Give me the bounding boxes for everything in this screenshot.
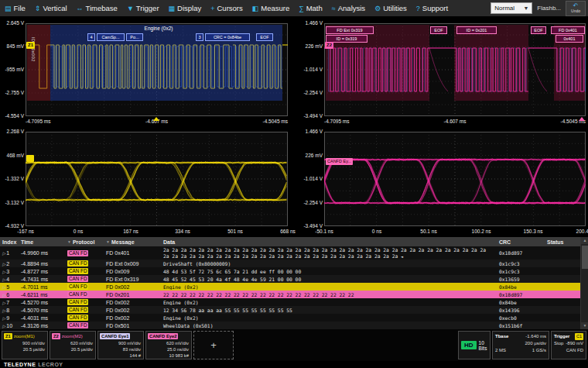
cell-index[interactable]: ▷8 xyxy=(0,308,19,313)
table-scrollbar[interactable]: ▲ ▼ xyxy=(580,237,588,329)
scrollbar-thumb[interactable] xyxy=(582,246,588,269)
zoom1-tag[interactable]: Z1 xyxy=(26,42,35,49)
table-row[interactable]: ▷5-4.7011 msCAN FDFD 0x002Engine (0x2)0x… xyxy=(0,283,580,291)
row-expand-icon[interactable]: ▷ xyxy=(2,251,5,256)
cell-data: 12 34 56 78 aa aa aa 55 55 55 55 55 55 5… xyxy=(161,308,497,313)
descriptor-tag: Z2 xyxy=(52,333,60,339)
row-expand-icon[interactable]: ▷ xyxy=(2,324,5,328)
protocol-chip: CAN FD xyxy=(67,260,88,267)
trigger-box[interactable]: TriggerC1 Stop-890 mV CAN FD xyxy=(551,331,586,359)
cell-index[interactable]: ▷6 xyxy=(0,292,19,297)
table-row[interactable]: ▷4-4.7431 msCAN FDFD Ext 0x31948 45 52 4… xyxy=(0,275,580,283)
cell-index[interactable]: ▷3 xyxy=(0,269,19,274)
cell-index[interactable]: ▷4 xyxy=(0,277,19,282)
menu-item-measure[interactable]: ◧Measure xyxy=(248,0,294,16)
row-expand-icon[interactable]: ▷ xyxy=(2,316,5,321)
hd-mode-box[interactable]: HD 10 Bits xyxy=(458,331,491,359)
cell-index[interactable]: ▷7 xyxy=(0,300,19,305)
col-header-status[interactable]: Status xyxy=(545,239,580,245)
scroll-up-icon[interactable]: ▲ xyxy=(581,237,588,244)
row-expand-icon[interactable]: ▷ xyxy=(2,277,5,282)
trace-descriptor[interactable]: CANFD Eye1900 mV/div83 ns/div144 # xyxy=(97,331,144,359)
file-icon: ▤ xyxy=(5,5,12,12)
menu-item-utilities[interactable]: ⚙Utilities xyxy=(370,0,412,16)
row-expand-icon[interactable]: ▷ xyxy=(2,285,5,290)
cell-protocol: CAN FD xyxy=(65,284,104,290)
menu-item-file[interactable]: ▤File xyxy=(0,0,30,16)
protocol-chip: CAN FD xyxy=(67,291,88,297)
col-header-time[interactable]: Time xyxy=(19,239,65,245)
descriptor-value: 900 mV/div xyxy=(98,340,143,346)
cell-crc: 0x1c9c3 xyxy=(497,261,545,267)
table-row[interactable]: ▷9-4.4031 msCAN FDFD 0x002Engine (0x2)0x… xyxy=(0,314,580,322)
menu-item-support[interactable]: ?Support xyxy=(412,0,453,16)
cell-index[interactable]: ▷2 xyxy=(0,261,19,267)
descriptor-tag: CANFD Eye2 xyxy=(148,333,178,339)
timebase-label: Tbase xyxy=(495,333,508,340)
row-expand-icon[interactable]: ▷ xyxy=(2,262,5,267)
scroll-down-icon[interactable]: ▼ xyxy=(581,322,588,329)
undo-button[interactable]: ↶ Undo xyxy=(566,1,586,16)
col-header-message[interactable]: ▼Message xyxy=(104,239,161,245)
menu-item-trigger[interactable]: ▼Trigger xyxy=(122,0,164,16)
table-row[interactable]: ▷7-4.5270 msCAN FDFD 0x002Engine (0x2)0x… xyxy=(0,298,580,306)
trace-descriptor[interactable]: CANFD Eye2620 mV/div25.0 ns/div10 983 k# xyxy=(145,331,192,359)
menu-items: ▤File⇕Vertical⇔Timebase▼Trigger▦Display+… xyxy=(0,0,453,16)
analysis-icon: ≈ xyxy=(332,5,336,12)
x-axis-label: -4.7095 ms xyxy=(324,119,350,124)
menu-item-math[interactable]: ∑Math xyxy=(294,0,327,16)
cell-crc: 0x14396 xyxy=(497,308,545,313)
add-trace-button[interactable]: + xyxy=(193,331,234,359)
col-header-data[interactable]: Data xyxy=(161,239,497,245)
menu-item-analysis[interactable]: ≈Analysis xyxy=(327,0,370,16)
trace-descriptor[interactable]: Z1zoom(M1)900 mV/div20.5 µs/div xyxy=(2,331,48,359)
y-axis-label: -4.554 V xyxy=(1,113,24,119)
menu-item-timebase[interactable]: ⇔Timebase xyxy=(72,0,122,16)
col-header-index[interactable]: Index xyxy=(0,239,19,245)
x-axis-label: 0 ns xyxy=(372,229,381,234)
cell-index[interactable]: ▷5 xyxy=(0,284,19,290)
trigger-mode-dropdown[interactable]: Normal ▼ xyxy=(491,2,532,14)
vertical-icon: ⇕ xyxy=(35,5,41,12)
menu-item-vertical[interactable]: ⇕Vertical xyxy=(30,0,72,16)
table-row[interactable]: ▷3-4.8727 msCAN FDFD 0x00948 4d 53 5f 72… xyxy=(0,267,580,275)
row-expand-icon[interactable]: ▷ xyxy=(2,308,5,313)
eye1-diagram[interactable] xyxy=(26,132,288,226)
x-axis-label: 200.4 ns xyxy=(576,229,588,234)
cell-index[interactable]: ▷9 xyxy=(0,315,19,321)
zoom2-tag[interactable]: Z2 xyxy=(325,42,333,49)
cell-message: FD Ext 0x319 xyxy=(104,277,161,282)
eye2-tag[interactable]: CANFD Ey... xyxy=(326,158,353,165)
decode-field-box: EOF xyxy=(531,26,546,34)
trigger-time-marker xyxy=(153,117,159,121)
table-row[interactable]: ▷10-4.3126 msCAN FDFD 0x501WheelData (0x… xyxy=(0,322,580,329)
menu-item-label: Utilities xyxy=(383,4,407,12)
row-expand-icon[interactable]: ▷ xyxy=(2,270,5,274)
decode-field-box: CRC = 0x84be xyxy=(205,33,250,41)
cell-index[interactable]: ▷10 xyxy=(0,323,19,328)
row-expand-icon[interactable]: ▷ xyxy=(2,293,5,297)
table-row[interactable]: ▷1-4.9960 msCAN FDFD 0x4012a 2a 2a 2a 2a… xyxy=(0,246,580,260)
cursors-icon: + xyxy=(210,5,214,12)
trace-descriptor[interactable]: Z2zoom(M2)620 mV/div20.5 µs/div xyxy=(50,331,96,359)
col-header-crc[interactable]: CRC xyxy=(497,239,545,245)
y-axis-label: -2.254 V xyxy=(299,200,323,205)
menu-item-display[interactable]: ▦Display xyxy=(164,0,207,16)
chevron-down-icon: ▼ xyxy=(523,5,528,11)
oscilloscope-app: { "menu": { "items": [ {"label":"File","… xyxy=(0,0,588,368)
col-header-protocol[interactable]: ▼Protocol xyxy=(65,239,104,245)
table-row[interactable]: ▷8-4.5070 msCAN FDFD 0x00212 34 56 78 aa… xyxy=(0,306,580,314)
table-row[interactable]: ▷2-4.8894 msCAN FDFD Ext 0x009DriveShaft… xyxy=(0,260,580,267)
eye1-tag[interactable] xyxy=(26,155,34,162)
decode-table-header: IndexTime▼Protocol▼MessageDataCRCStatus xyxy=(0,237,580,246)
cell-crc: 0xecb0 xyxy=(497,315,545,321)
descriptor-title: zoom(M2) xyxy=(62,334,83,339)
menu-item-cursors[interactable]: +Cursors xyxy=(206,0,248,16)
descriptor-dashboard: Z1zoom(M1)900 mV/div20.5 µs/divZ2zoom(M2… xyxy=(0,329,588,361)
y-axis-label: 845 mV xyxy=(1,43,24,49)
eye2-diagram[interactable] xyxy=(324,132,586,226)
cell-index[interactable]: ▷1 xyxy=(0,250,19,256)
timebase-box[interactable]: Tbase-1.640 ms 200 µs/div 2 MS1 GS/s xyxy=(492,331,549,359)
table-row[interactable]: ▷6-4.6211 msCAN FDFD 0x20122 22 22 22 22… xyxy=(0,291,580,298)
row-expand-icon[interactable]: ▷ xyxy=(2,301,5,305)
